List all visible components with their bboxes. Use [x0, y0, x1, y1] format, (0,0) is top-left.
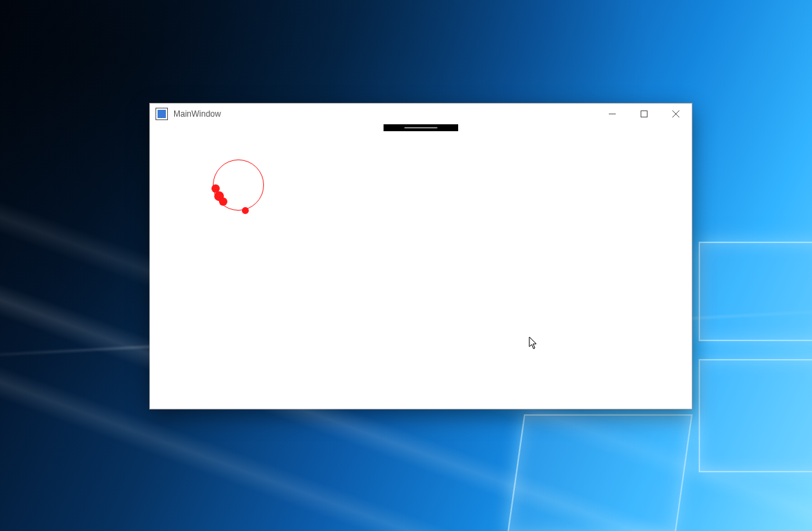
wallpaper-pane [699, 242, 812, 341]
app-window: MainWindow [149, 103, 692, 409]
wallpaper-pane [507, 414, 692, 531]
cursor-icon [529, 336, 538, 350]
minimize-button[interactable] [596, 104, 628, 124]
loading-spinner [213, 160, 264, 211]
desktop-wallpaper: MainWindow [0, 0, 812, 531]
drag-handle-bar[interactable] [384, 124, 458, 131]
window-title: MainWindow [173, 109, 221, 119]
app-icon [155, 108, 168, 120]
spinner-dot [242, 207, 249, 214]
close-button[interactable] [660, 104, 692, 124]
spinner-dot [219, 197, 227, 206]
maximize-button[interactable] [628, 104, 660, 124]
svg-rect-1 [641, 111, 648, 117]
title-bar[interactable]: MainWindow [150, 104, 692, 124]
client-area [150, 124, 692, 409]
wallpaper-pane [699, 359, 812, 472]
